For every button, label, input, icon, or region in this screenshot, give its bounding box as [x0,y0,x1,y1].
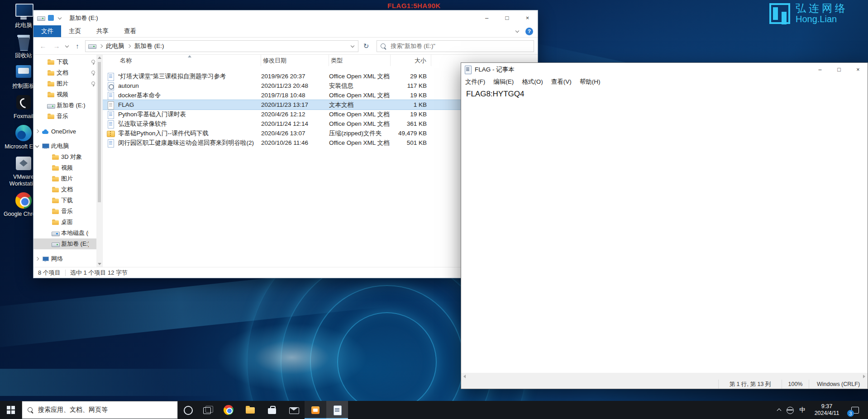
task-view-button[interactable] [198,401,218,419]
nav-item[interactable]: 新加卷 (E:) [33,238,102,249]
nav-item[interactable]: 本地磁盘 (C:) [33,228,102,238]
menu-format[interactable]: 格式(O) [518,78,547,86]
nav-item[interactable]: 音乐 [33,111,102,122]
tray-expand-icon[interactable] [773,401,785,419]
scroll-thumb[interactable] [98,62,101,202]
minimize-button[interactable]: – [811,63,830,76]
menu-view[interactable]: 查看(V) [547,78,576,86]
expand-chevron-icon[interactable] [44,165,50,171]
taskbar-app[interactable] [305,401,326,419]
minimize-button[interactable]: – [477,10,497,25]
nav-item[interactable]: 3D 对象 [33,152,102,162]
expand-chevron-icon[interactable] [34,256,40,262]
nav-item[interactable]: 图片 [33,78,102,89]
notepad-text-area[interactable]: FLAG8:HYTGQ4 [461,87,868,373]
window-controls: – □ × [811,63,868,76]
nav-item[interactable]: 视频 [33,162,102,173]
ribbon-expand-icon[interactable] [515,29,520,34]
maximize-button[interactable]: □ [497,10,517,25]
notepad-hscrollbar[interactable] [461,373,868,380]
expand-chevron-icon[interactable] [40,114,45,119]
expand-chevron-icon[interactable] [40,103,45,108]
expand-chevron-icon[interactable] [44,219,50,225]
expand-chevron-icon[interactable] [40,70,45,76]
column-type[interactable]: 类型 [329,55,391,66]
nav-item[interactable]: 新加卷 (E:) [33,100,102,111]
expand-chevron-icon[interactable] [40,81,45,86]
taskbar-app[interactable] [283,401,305,419]
clock[interactable]: 9:37 2024/4/11 [809,403,844,417]
help-icon[interactable]: ? [525,28,533,35]
explorer-search[interactable]: 搜索"新加卷 (E:)" [377,40,534,52]
taskbar-search[interactable]: 搜索应用、文档、网页等 [22,401,178,419]
ime-indicator[interactable]: 中 [796,406,809,414]
qat-properties-icon[interactable] [48,15,54,21]
nav-scrollbar[interactable] [96,55,102,267]
address-dropdown-icon[interactable] [350,43,355,49]
history-dropdown-icon[interactable] [64,43,70,49]
taskbar-app[interactable] [261,401,283,419]
nav-item[interactable]: 视频 [33,89,102,100]
expand-chevron-icon[interactable] [44,154,50,160]
column-size[interactable]: 大小 [391,55,431,66]
nav-item[interactable]: 下载 [33,57,102,67]
menu-file[interactable]: 文件(F) [461,78,489,86]
scroll-left-icon[interactable] [463,375,466,378]
menu-help[interactable]: 帮助(H) [576,78,605,86]
nav-item[interactable]: 下载 [33,195,102,206]
start-button[interactable] [0,401,22,419]
close-button[interactable]: × [517,10,538,25]
nav-item[interactable]: 文档 [33,67,102,78]
nav-item[interactable]: 桌面 [33,217,102,228]
expand-chevron-icon[interactable] [40,92,45,97]
file-icon [106,139,114,147]
tab-view[interactable]: 查看 [116,25,144,37]
maximize-button[interactable]: □ [830,63,849,76]
nav-item[interactable]: 网络 [33,253,102,264]
expand-chevron-icon[interactable] [44,209,50,214]
up-button[interactable]: ↑ [72,42,83,50]
expand-chevron-icon[interactable] [44,176,50,181]
tab-file[interactable]: 文件 [33,25,61,37]
breadcrumb-this-pc[interactable]: 此电脑 [106,42,124,50]
tab-share[interactable]: 共享 [89,25,116,37]
refresh-button[interactable]: ↻ [360,42,372,50]
expand-chevron-icon[interactable] [34,129,40,134]
expand-chevron-icon[interactable] [34,143,40,149]
explorer-titlebar[interactable]: 新加卷 (E:) – □ × [33,10,538,25]
nav-item[interactable]: 音乐 [33,206,102,217]
expand-chevron-icon[interactable] [44,230,50,236]
address-bar[interactable]: 此电脑 新加卷 (E:) [85,40,358,52]
expand-chevron-icon[interactable] [44,198,50,203]
menu-edit[interactable]: 编辑(E) [489,78,518,86]
nav-item[interactable]: 此电脑 [33,141,102,152]
column-date[interactable]: 修改日期 [261,55,329,66]
taskbar-app[interactable] [326,401,348,419]
notepad-titlebar[interactable]: FLAG - 记事本 – □ × [461,63,868,76]
wallpaper-streak [0,369,226,396]
expand-chevron-icon[interactable] [44,241,50,247]
forward-button[interactable]: → [51,42,62,50]
scroll-up-icon[interactable] [98,57,101,59]
back-button[interactable]: ← [37,42,49,50]
scroll-down-icon[interactable] [98,263,101,265]
taskbar-app[interactable] [239,401,261,419]
tab-home[interactable]: 主页 [61,25,89,37]
action-center-button[interactable]: 3 [844,401,865,419]
close-button[interactable]: × [849,63,868,76]
column-name[interactable]: 名称 [118,55,261,66]
cortana-button[interactable] [178,401,198,419]
nav-item[interactable]: OneDrive [33,126,102,137]
expand-chevron-icon[interactable] [44,187,50,192]
nav-item[interactable]: 文档 [33,184,102,195]
cursor-position: 第 1 行, 第 13 列 [718,380,782,389]
scroll-right-icon[interactable] [863,375,865,378]
expand-chevron-icon[interactable] [40,59,45,65]
network-icon[interactable] [785,401,796,419]
file-type: 文本文档 [329,101,391,109]
desktop-icon-image [13,124,34,142]
breadcrumb-drive-e[interactable]: 新加卷 (E:) [134,42,164,50]
taskbar-app[interactable] [218,401,239,419]
nav-item[interactable]: 图片 [33,173,102,184]
qat-dropdown-icon[interactable] [57,15,62,21]
